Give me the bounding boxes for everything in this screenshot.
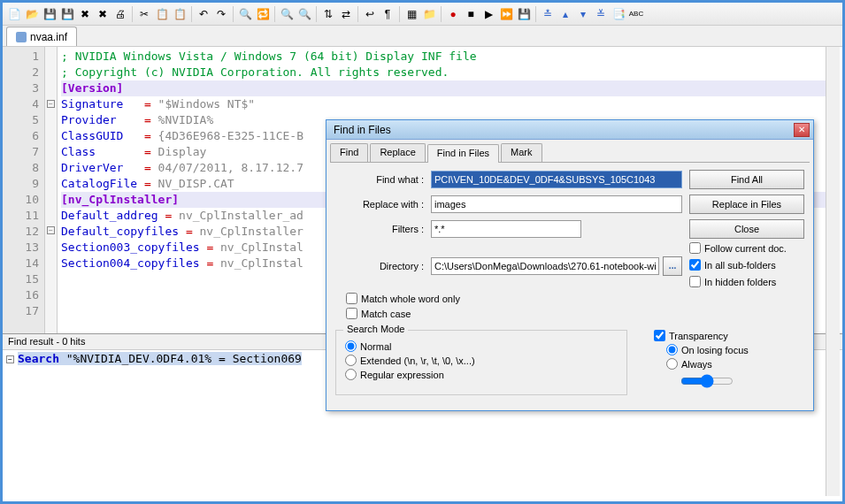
show-all-icon[interactable]: ¶ (380, 6, 396, 22)
undo-icon[interactable]: ↶ (196, 6, 211, 22)
zoom-in-icon[interactable]: 🔍 (279, 6, 295, 22)
replace-in-files-button[interactable]: Replace in Files (689, 195, 804, 214)
replace-with-label: Replace with : (335, 199, 424, 210)
transparency-checkbox[interactable]: Transparency (654, 330, 795, 341)
transparency-group: Transparency On losing focus Always (645, 330, 804, 395)
save-icon[interactable]: 💾 (42, 6, 58, 22)
play-icon[interactable]: ▶ (480, 6, 496, 22)
find-icon[interactable]: 🔍 (237, 6, 253, 22)
close-all-icon[interactable]: ✖ (95, 6, 111, 22)
search-mode-extended[interactable]: Extended (\n, \r, \t, \0, \x...) (345, 355, 618, 366)
transparency-on-losing[interactable]: On losing focus (666, 344, 795, 355)
find-all-button[interactable]: Find All (689, 170, 804, 189)
main-toolbar: 📄 📂 💾 💾 ✖ ✖ 🖨 ✂ 📋 📋 ↶ ↷ 🔍 🔁 🔍 🔍 ⇅ ⇄ ↩ ¶ … (3, 3, 842, 26)
expand-icon[interactable]: ▴ (557, 6, 573, 22)
line-number-gutter: 1234567891011121314151617 (3, 47, 45, 333)
close-icon[interactable]: ✕ (794, 123, 810, 137)
directory-input[interactable] (431, 257, 659, 275)
follow-doc-checkbox[interactable]: Follow current doc. (689, 242, 804, 254)
play-fast-icon[interactable]: ⏩ (498, 6, 514, 22)
close-file-icon[interactable]: ✖ (77, 6, 93, 22)
vertical-scrollbar[interactable] (826, 47, 840, 496)
find-what-label: Find what : (335, 174, 424, 185)
hidden-folders-checkbox[interactable]: In hidden folders (689, 276, 804, 287)
file-tab-label: nvaa.inf (30, 31, 67, 43)
sync-v-icon[interactable]: ⇅ (320, 6, 336, 22)
file-tab[interactable]: nvaa.inf (6, 27, 77, 46)
fold-box-icon[interactable]: − (47, 100, 55, 108)
zoom-out-icon[interactable]: 🔍 (296, 6, 312, 22)
search-mode-regex[interactable]: Regular expression (345, 369, 618, 380)
copy-icon[interactable]: 📋 (154, 6, 170, 22)
search-mode-normal[interactable]: Normal (345, 340, 618, 352)
find-what-input[interactable] (431, 171, 682, 188)
whole-word-checkbox[interactable]: Match whole word only (346, 293, 682, 304)
dialog-tab-find-in-files[interactable]: Find in Files (427, 144, 499, 163)
sub-folders-checkbox[interactable]: In all sub-folders (689, 259, 804, 271)
redo-icon[interactable]: ↷ (213, 6, 229, 22)
directory-label: Directory : (335, 261, 424, 271)
filters-input[interactable] (431, 220, 581, 238)
save-macro-icon[interactable]: 💾 (516, 6, 532, 22)
open-icon[interactable]: 📂 (24, 6, 40, 22)
code-line: [Version] (61, 80, 839, 96)
sync-h-icon[interactable]: ⇄ (338, 6, 354, 22)
dialog-title: Find in Files (330, 124, 794, 136)
collapse-icon[interactable]: ≛ (540, 6, 556, 22)
replace-with-input[interactable] (431, 195, 682, 213)
fold-gutter: − − (45, 47, 58, 333)
match-case-checkbox[interactable]: Match case (346, 308, 682, 319)
record-icon[interactable]: ● (445, 6, 461, 22)
hide-lines-icon[interactable]: 📑 (611, 6, 626, 22)
cut-icon[interactable]: ✂ (136, 6, 152, 22)
search-mode-group: Search Mode Normal Extended (\n, \r, \t,… (335, 330, 627, 395)
stop-icon[interactable]: ■ (463, 6, 479, 22)
dialog-titlebar[interactable]: Find in Files ✕ (326, 120, 813, 140)
file-tab-bar: nvaa.inf (3, 26, 842, 47)
collapse-all-icon[interactable]: ▾ (575, 6, 591, 22)
dialog-tab-mark[interactable]: Mark (501, 143, 542, 162)
fold-box-icon[interactable]: − (6, 355, 14, 363)
transparency-slider[interactable] (680, 374, 734, 388)
replace-icon[interactable]: 🔁 (255, 6, 271, 22)
dialog-tabs: FindReplaceFind in FilesMark (330, 143, 810, 163)
print-icon[interactable]: 🖨 (112, 6, 128, 22)
find-in-files-dialog: Find in Files ✕ FindReplaceFind in Files… (326, 119, 814, 411)
code-line: ; NVIDIA Windows Vista / Windows 7 (64 b… (61, 49, 839, 65)
code-line: Signature = "$Windows NT$" (61, 96, 839, 112)
browse-directory-button[interactable]: ... (663, 256, 682, 276)
folder-icon[interactable]: 📁 (421, 6, 437, 22)
transparency-always[interactable]: Always (666, 358, 795, 370)
paste-icon[interactable]: 📋 (172, 6, 188, 22)
fold-box-icon[interactable]: − (47, 226, 55, 234)
indent-guide-icon[interactable]: ▦ (403, 6, 419, 22)
spell-icon[interactable]: ABC (628, 6, 644, 22)
dialog-tab-replace[interactable]: Replace (370, 143, 425, 162)
wrap-icon[interactable]: ↩ (362, 6, 378, 22)
expand-all-icon[interactable]: ≚ (593, 6, 609, 22)
new-file-icon[interactable]: 📄 (6, 6, 22, 22)
save-all-icon[interactable]: 💾 (59, 6, 75, 22)
filters-label: Filters : (335, 224, 424, 234)
code-line: ; Copyright (c) NVIDIA Corporation. All … (61, 65, 839, 80)
dialog-tab-find[interactable]: Find (330, 143, 368, 162)
file-icon (16, 32, 27, 42)
close-button[interactable]: Close (689, 219, 804, 239)
